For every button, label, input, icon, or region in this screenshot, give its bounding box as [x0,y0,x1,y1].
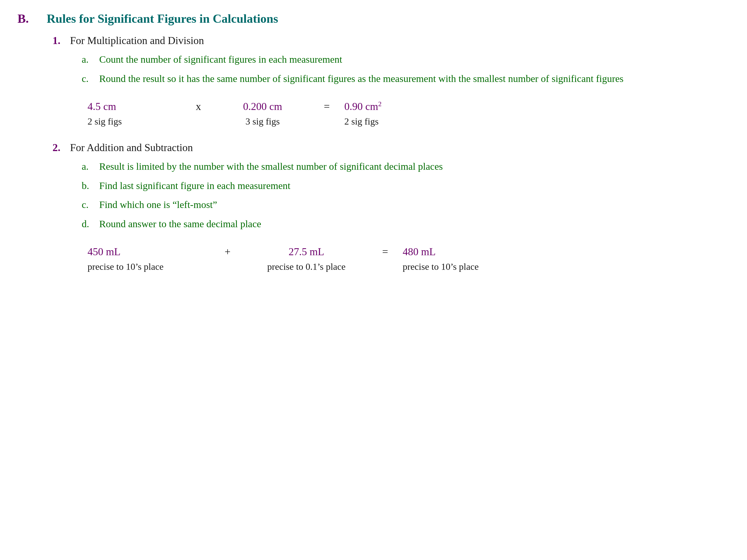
numbered-item-1: 1. For Multiplication and Division a. Co… [53,34,729,127]
lettered-item-2c: c. Find which one is “left-most” [82,198,729,212]
lettered-label-2d: d. [82,218,99,230]
example-sublabel1: 2 sig figs [87,116,181,127]
example-result: 0.90 cm2 [344,100,382,113]
example-row-addition-values: 450 mL + 27.5 mL = 480 mL [87,246,729,258]
example-label-row: 2 sig figs 3 sig figs 2 sig figs [87,116,729,127]
example-value2: 0.200 cm [216,100,309,113]
lettered-item-1a: a. Count the number of significant figur… [82,53,729,66]
example-row-values: 4.5 cm x 0.200 cm = 0.90 cm2 [87,100,729,113]
example-operator: x [181,100,216,113]
numbered-item-1-title: For Multiplication and Division [70,34,204,47]
lettered-text-2b: Find last significant figure in each mea… [99,179,290,193]
numbered-item-2: 2. For Addition and Subtraction a. Resul… [53,141,729,272]
example-block-multiplication: 4.5 cm x 0.200 cm = 0.90 cm2 2 sig figs … [87,100,729,127]
numbered-label-2: 2. [53,141,70,154]
example-addition-value2: 27.5 mL [245,246,368,258]
example-addition-operator: + [210,246,245,258]
section-title: Rules for Significant Figures in Calcula… [47,12,278,26]
example-addition-equals: = [368,246,403,258]
lettered-item-2d: d. Round answer to the same decimal plac… [82,217,729,231]
lettered-text-1a: Count the number of significant figures … [99,53,342,66]
example-addition-sublabel2: precise to 0.1’s place [245,261,368,272]
lettered-label-2c: c. [82,199,99,210]
numbered-item-2-header: 2. For Addition and Subtraction [53,141,729,154]
lettered-label-1c: c. [82,73,99,84]
example-equals: = [309,100,344,113]
numbered-item-1-header: 1. For Multiplication and Division [53,34,729,47]
lettered-list-1: a. Count the number of significant figur… [82,53,729,85]
example-sublabel-result: 2 sig figs [344,116,379,127]
lettered-list-2: a. Result is limited by the number with … [82,160,729,231]
lettered-label-1a: a. [82,54,99,65]
numbered-list: 1. For Multiplication and Division a. Co… [53,34,729,272]
example-addition-label-row: precise to 10’s place precise to 0.1’s p… [87,261,729,272]
section-label: B. [18,12,41,26]
lettered-text-2a: Result is limited by the number with the… [99,160,443,174]
numbered-item-2-title: For Addition and Subtraction [70,141,193,154]
section-header: B. Rules for Significant Figures in Calc… [18,12,729,26]
lettered-text-1c: Round the result so it has the same numb… [99,72,624,86]
lettered-text-2d: Round answer to the same decimal place [99,217,261,231]
example-addition-sublabel1: precise to 10’s place [87,261,210,272]
example-addition-result: 480 mL [403,246,508,258]
lettered-text-2c: Find which one is “left-most” [99,198,217,212]
lettered-item-2a: a. Result is limited by the number with … [82,160,729,174]
lettered-label-2b: b. [82,180,99,191]
example-addition-value1: 450 mL [87,246,210,258]
example-sublabel2: 3 sig figs [216,116,309,127]
example-value1: 4.5 cm [87,100,181,113]
lettered-item-2b: b. Find last significant figure in each … [82,179,729,193]
numbered-label-1: 1. [53,34,70,47]
lettered-item-1c: c. Round the result so it has the same n… [82,72,729,86]
lettered-label-2a: a. [82,161,99,172]
example-block-addition: 450 mL + 27.5 mL = 480 mL precise to 10’… [87,246,729,272]
example-addition-sublabel-result: precise to 10’s place [403,261,508,272]
